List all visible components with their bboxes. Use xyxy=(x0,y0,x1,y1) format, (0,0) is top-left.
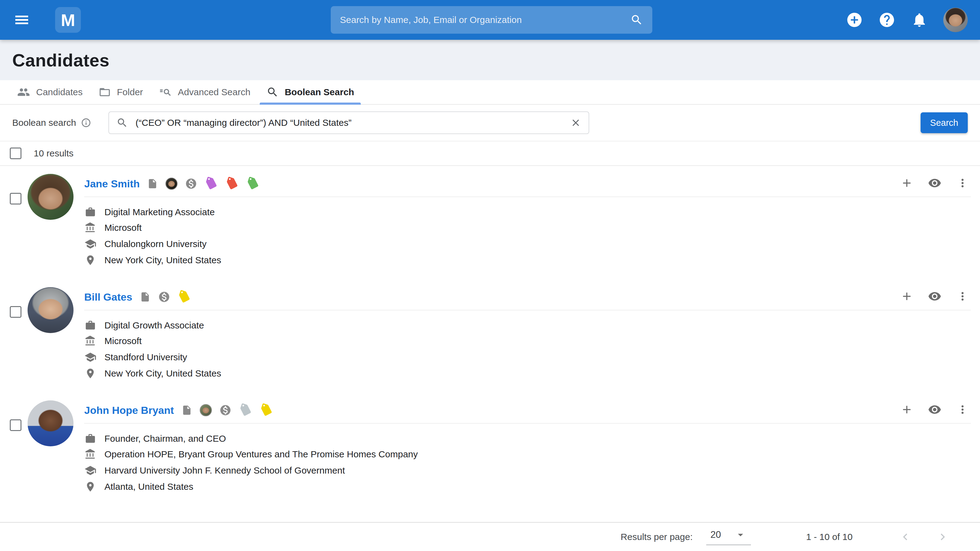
candidate-checkbox[interactable] xyxy=(10,419,21,431)
salary-icon[interactable] xyxy=(158,291,170,303)
global-search-placeholder: Search by Name, Job, Email or Organizati… xyxy=(340,15,630,25)
app-logo[interactable]: M xyxy=(55,7,81,33)
search-icon[interactable] xyxy=(630,13,643,26)
school-icon xyxy=(84,238,97,250)
candidate-school: Harvard University John F. Kennedy Schoo… xyxy=(105,465,345,476)
candidate-location: New York City, United States xyxy=(105,368,221,379)
page-title: Candidates xyxy=(12,50,110,70)
tag-icon[interactable] xyxy=(237,402,254,418)
candidate-checkbox[interactable] xyxy=(10,193,21,205)
briefcase-icon xyxy=(85,433,96,444)
add-circle-icon[interactable] xyxy=(846,11,863,29)
tab-bar: Candidates Folder Advanced Search Boolea… xyxy=(0,80,980,105)
more-vert-icon[interactable] xyxy=(956,290,969,303)
school-icon xyxy=(84,351,97,364)
briefcase-icon xyxy=(85,206,96,218)
divider xyxy=(84,197,971,197)
tag-icon[interactable] xyxy=(203,175,220,192)
user-avatar[interactable] xyxy=(943,8,968,32)
candidate-school: Chulalongkorn University xyxy=(105,239,207,249)
resume-icon[interactable] xyxy=(140,291,151,302)
clear-query-icon[interactable] xyxy=(570,117,581,128)
referrer-avatar[interactable] xyxy=(200,404,212,416)
candidate-organization: Microsoft xyxy=(105,222,142,233)
referrer-avatar[interactable] xyxy=(165,178,178,190)
previous-page-icon[interactable] xyxy=(899,530,912,544)
add-icon[interactable] xyxy=(900,290,913,303)
results-header: 10 results xyxy=(0,141,980,165)
boolean-query-value: (“CEO” OR “managing director”) AND “Unit… xyxy=(135,118,570,128)
advanced-search-icon xyxy=(159,86,172,98)
tab-label: Candidates xyxy=(36,87,83,97)
tab-boolean-search[interactable]: Boolean Search xyxy=(258,80,362,104)
salary-icon[interactable] xyxy=(219,404,232,416)
candidate-avatar[interactable] xyxy=(27,287,73,333)
briefcase-icon xyxy=(85,320,96,331)
candidate-job: Founder, Chairman, and CEO xyxy=(105,433,226,444)
location-icon xyxy=(84,254,96,266)
candidate-organization: Microsoft xyxy=(105,336,142,346)
salary-icon[interactable] xyxy=(185,178,197,190)
tab-folder[interactable]: Folder xyxy=(91,80,151,104)
candidate-avatar[interactable] xyxy=(27,400,73,446)
search-icon xyxy=(116,117,128,129)
organization-icon xyxy=(84,335,96,347)
organization-icon xyxy=(84,448,96,460)
search-icon xyxy=(266,86,279,98)
pagination-footer: Results per page: 20 1 - 10 of 10 xyxy=(0,522,980,551)
boolean-search-input[interactable]: (“CEO” OR “managing director”) AND “Unit… xyxy=(108,111,589,134)
results-per-page-select[interactable]: 20 xyxy=(706,529,751,545)
candidate-name-link[interactable]: Bill Gates xyxy=(84,291,132,303)
add-icon[interactable] xyxy=(900,403,913,416)
menu-icon[interactable] xyxy=(12,10,31,29)
next-page-icon[interactable] xyxy=(936,530,950,544)
results-per-page-label: Results per page: xyxy=(621,532,693,542)
candidate-row: Bill Gates Digital Growth Associate Micr… xyxy=(0,279,980,392)
more-vert-icon[interactable] xyxy=(956,176,969,189)
tag-icon[interactable] xyxy=(258,402,275,418)
candidate-school: Standford University xyxy=(105,352,187,362)
divider xyxy=(84,423,971,424)
candidate-checkbox[interactable] xyxy=(10,306,21,318)
candidate-name-link[interactable]: John Hope Bryant xyxy=(84,404,174,416)
tab-candidates[interactable]: Candidates xyxy=(9,80,91,104)
search-button[interactable]: Search xyxy=(921,112,968,133)
candidate-organization: Operation HOPE, Bryant Group Ventures an… xyxy=(105,449,418,459)
candidate-row: John Hope Bryant Founder, Chairman, and … xyxy=(0,392,980,506)
candidate-avatar[interactable] xyxy=(27,174,73,220)
tag-icon[interactable] xyxy=(224,175,241,192)
folder-icon xyxy=(99,86,111,98)
tag-icon[interactable] xyxy=(245,175,261,192)
tag-icon[interactable] xyxy=(176,288,192,305)
page-header: Candidates xyxy=(0,40,980,80)
organization-icon xyxy=(84,222,96,233)
help-icon[interactable] xyxy=(878,11,896,29)
tab-advanced-search[interactable]: Advanced Search xyxy=(151,80,258,104)
pagination-range: 1 - 10 of 10 xyxy=(806,532,853,542)
people-icon xyxy=(17,86,30,98)
candidate-row: Jane Smith Digital Marketing Associate M… xyxy=(0,166,980,279)
boolean-search-label: Boolean search xyxy=(12,118,76,128)
location-icon xyxy=(84,368,96,379)
info-icon[interactable] xyxy=(81,118,91,128)
tab-label: Folder xyxy=(117,87,143,97)
visibility-icon[interactable] xyxy=(928,176,942,190)
more-vert-icon[interactable] xyxy=(956,403,969,416)
top-app-bar: M Search by Name, Job, Email or Organiza… xyxy=(0,0,980,40)
boolean-search-bar: Boolean search (“CEO” OR “managing direc… xyxy=(0,105,980,141)
visibility-icon[interactable] xyxy=(928,290,942,303)
results-per-page-value: 20 xyxy=(711,529,721,540)
location-icon xyxy=(84,481,96,492)
visibility-icon[interactable] xyxy=(928,403,942,416)
resume-icon[interactable] xyxy=(181,405,192,416)
candidate-location: Atlanta, United States xyxy=(105,481,193,492)
add-icon[interactable] xyxy=(900,176,913,189)
candidate-name-link[interactable]: Jane Smith xyxy=(84,178,140,190)
resume-icon[interactable] xyxy=(147,178,158,189)
notifications-icon[interactable] xyxy=(911,11,928,29)
app-logo-letter: M xyxy=(61,10,75,30)
select-all-checkbox[interactable] xyxy=(10,148,21,159)
chevron-down-icon xyxy=(734,529,747,541)
global-search-input[interactable]: Search by Name, Job, Email or Organizati… xyxy=(331,6,652,34)
candidate-location: New York City, United States xyxy=(105,255,221,265)
